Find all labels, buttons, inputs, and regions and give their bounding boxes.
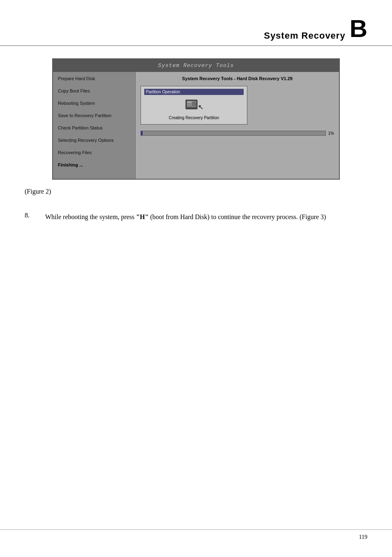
step-text-before: While rebooting the system, press xyxy=(45,213,136,220)
progress-bar-outer xyxy=(141,131,326,136)
dialog-status-text: Creating Recovery Partition xyxy=(169,116,219,120)
sidebar-step-6: Selecting Recovery Options xyxy=(58,138,130,143)
screenshot-body: Prepare Hard Disk Copy Boot Files Reboot… xyxy=(53,72,339,179)
main-title: System Recovery Tools - Hard Disk Recove… xyxy=(141,76,334,81)
screenshot-sidebar: Prepare Hard Disk Copy Boot Files Reboot… xyxy=(53,72,135,179)
svg-rect-5 xyxy=(186,108,197,109)
svg-rect-2 xyxy=(187,102,191,102)
screenshot-main-panel: System Recovery Tools - Hard Disk Recove… xyxy=(135,72,339,179)
content-area: System Recovery Tools Prepare Hard Disk … xyxy=(0,58,392,180)
step-8-container: 8. While rebooting the system, press "H"… xyxy=(0,212,392,222)
partition-dialog: Partition Operation xyxy=(141,86,247,125)
svg-point-4 xyxy=(193,104,194,105)
sidebar-step-1: Prepare Hard Disk xyxy=(58,76,130,81)
sidebar-step-4: Save to Recovery Partition xyxy=(58,113,130,118)
screenshot-titlebar: System Recovery Tools xyxy=(53,59,339,72)
page-number: 119 xyxy=(359,534,367,541)
sidebar-step-3: Rebooting System xyxy=(58,101,130,106)
step-key: "H" xyxy=(136,213,148,220)
screenshot-figure: System Recovery Tools Prepare Hard Disk … xyxy=(52,58,340,180)
progress-bar-area: 1% xyxy=(141,131,334,136)
page-header: System Recovery B xyxy=(0,0,392,46)
figure-caption: (Figure 2) xyxy=(25,188,392,195)
dialog-content: ↖ Creating Recovery Partition xyxy=(144,98,244,120)
chapter-title: System Recovery xyxy=(264,30,345,41)
dialog-title: Partition Operation xyxy=(144,89,244,95)
progress-bar-fill xyxy=(141,131,143,135)
sidebar-step-5: Check Partition Status xyxy=(58,125,130,130)
cursor-icon: ↖ xyxy=(198,103,203,111)
sidebar-step-2: Copy Boot Files xyxy=(58,88,130,93)
sidebar-step-7: Recovering Files xyxy=(58,150,130,155)
page-footer: 119 xyxy=(0,529,392,545)
step-text: While rebooting the system, press "H" (b… xyxy=(45,212,326,222)
step-text-after: (boot from Hard Disk) to continue the re… xyxy=(149,213,326,220)
sidebar-step-8: Finishing ... xyxy=(58,162,130,167)
chapter-letter: B xyxy=(350,16,367,41)
disk-icon xyxy=(185,98,200,112)
progress-label: 1% xyxy=(328,131,334,136)
step-number: 8. xyxy=(25,212,37,222)
